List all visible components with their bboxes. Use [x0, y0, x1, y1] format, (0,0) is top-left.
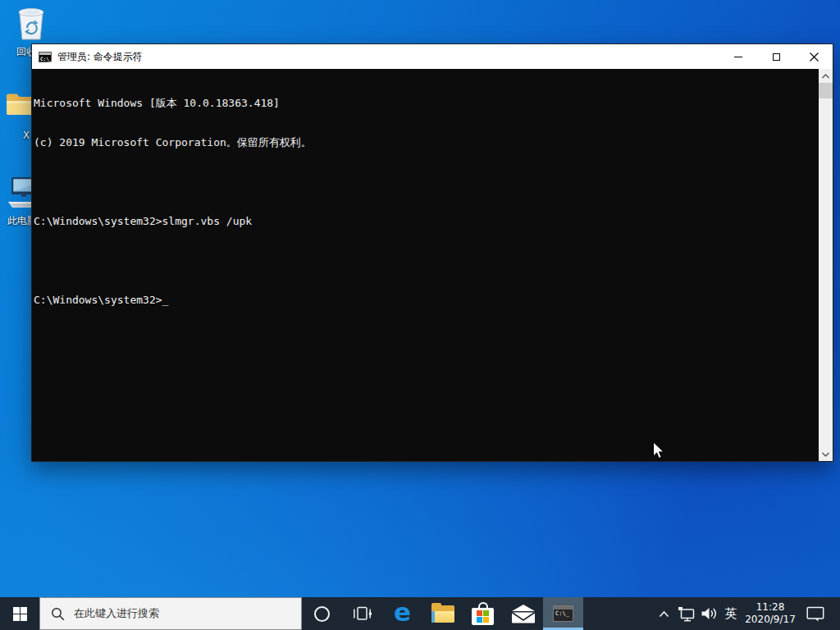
- console-line: [34, 254, 819, 267]
- clock-time: 11:28: [756, 601, 785, 614]
- clock-date: 2020/9/17: [745, 614, 796, 626]
- close-icon: [810, 52, 819, 62]
- folder-label[interactable]: X: [23, 130, 30, 141]
- chevron-down-icon: [822, 452, 829, 457]
- microsoft-store-icon: [472, 602, 494, 625]
- cmd-window: C:\_ 管理员: 命令提示符 Microsoft Windows [版本 10…: [31, 43, 833, 462]
- console-output: Microsoft Windows [版本 10.0.18363.418] (c…: [32, 69, 819, 461]
- tray-volume[interactable]: [697, 597, 720, 630]
- tray-clock[interactable]: 11:28 2020/9/17: [742, 597, 799, 630]
- minimize-button[interactable]: [719, 44, 757, 69]
- vertical-scrollbar[interactable]: [819, 69, 833, 461]
- scroll-down-button[interactable]: [819, 447, 833, 461]
- tray-show-hidden-icons[interactable]: [653, 597, 674, 630]
- desktop: 回收站 X 此电脑 C:\_ 管理员: 命令提示符: [0, 0, 840, 630]
- recycle-bin-icon: [13, 3, 49, 43]
- taskbar-item-store[interactable]: [463, 597, 503, 630]
- action-center-icon: [806, 605, 824, 622]
- taskbar-item-task-view[interactable]: [342, 597, 382, 630]
- action-center-button[interactable]: [799, 597, 832, 630]
- speaker-icon: [701, 606, 717, 621]
- taskbar-item-file-explorer[interactable]: [422, 597, 463, 630]
- scrollbar-thumb[interactable]: [819, 83, 833, 98]
- console-line: [34, 176, 819, 189]
- taskbar-item-mail[interactable]: [503, 597, 543, 630]
- task-view-icon: [352, 604, 372, 623]
- mouse-cursor: [652, 441, 665, 461]
- maximize-button[interactable]: [757, 44, 795, 69]
- cmd-window-title: 管理员: 命令提示符: [57, 50, 719, 64]
- desktop-icon-recycle-bin[interactable]: [13, 3, 49, 46]
- console-line: C:\Windows\system32>slmgr.vbs /upk: [34, 215, 819, 228]
- search-icon: [51, 607, 65, 621]
- tray-ime-indicator[interactable]: 英: [720, 597, 742, 630]
- cmd-titlebar[interactable]: C:\_ 管理员: 命令提示符: [32, 44, 833, 69]
- system-tray: 英 11:28 2020/9/17: [653, 597, 840, 630]
- scroll-up-button[interactable]: [819, 69, 833, 83]
- close-button[interactable]: [795, 44, 833, 69]
- chevron-up-icon: [822, 74, 829, 79]
- taskbar-item-command-prompt[interactable]: C:\_: [543, 597, 583, 630]
- edge-icon: e: [394, 600, 411, 625]
- start-button[interactable]: [0, 597, 39, 630]
- maximize-icon: [773, 53, 780, 61]
- command-prompt-icon: C:\_: [553, 605, 573, 622]
- text-cursor: _: [162, 294, 169, 307]
- mail-icon: [511, 605, 536, 623]
- console-line: Microsoft Windows [版本 10.0.18363.418]: [34, 97, 819, 110]
- taskbar-item-edge[interactable]: e: [382, 597, 422, 630]
- cmd-console[interactable]: Microsoft Windows [版本 10.0.18363.418] (c…: [32, 69, 833, 461]
- taskbar-item-cortana[interactable]: [302, 597, 342, 630]
- tray-network[interactable]: [674, 597, 697, 630]
- console-prompt-line: C:\Windows\system32>_: [34, 294, 819, 307]
- file-explorer-icon: [431, 605, 454, 623]
- taskbar: 在此键入进行搜索 e: [0, 597, 840, 630]
- cmd-window-icon: C:\_: [39, 52, 52, 62]
- windows-logo-icon: [13, 607, 27, 621]
- taskbar-search-input[interactable]: 在此键入进行搜索: [39, 597, 302, 630]
- search-placeholder: 在此键入进行搜索: [74, 606, 159, 621]
- cortana-icon: [314, 606, 330, 622]
- minimize-icon: [734, 57, 742, 57]
- network-icon: [678, 606, 695, 622]
- chevron-up-icon: [659, 610, 669, 618]
- console-line: (c) 2019 Microsoft Corporation。保留所有权利。: [34, 136, 819, 149]
